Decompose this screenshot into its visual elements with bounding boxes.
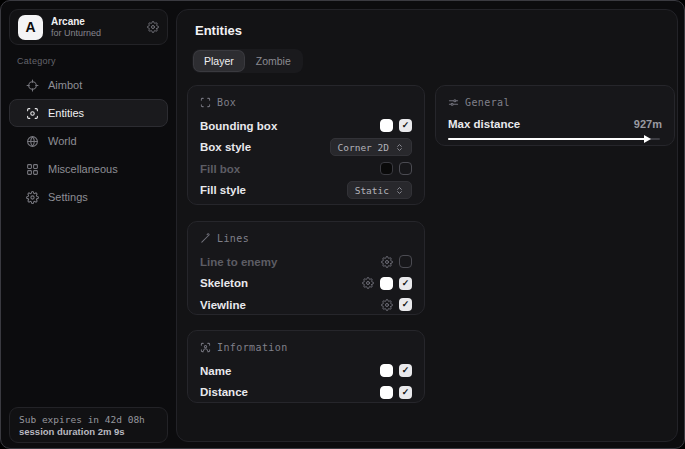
option-label: Fill box — [200, 163, 240, 175]
option-row-box-style: Box style Corner 2D — [200, 137, 412, 159]
option-label: Viewline — [200, 299, 246, 311]
session-duration-text: session duration 2m 9s — [19, 426, 158, 437]
tab-player[interactable]: Player — [194, 51, 244, 71]
sidebar-item-entities[interactable]: Entities — [9, 99, 168, 127]
option-label: Max distance — [448, 118, 520, 130]
scan-info-icon — [200, 342, 211, 353]
color-swatch[interactable] — [380, 277, 393, 290]
option-label: Distance — [200, 386, 248, 398]
color-swatch[interactable] — [380, 119, 393, 132]
color-swatch[interactable] — [380, 386, 393, 399]
check-icon: ✓ — [402, 300, 410, 309]
box-card: Box Bounding box ✓ Box style Corner 2D — [187, 85, 425, 205]
tab-zombie[interactable]: Zombie — [246, 51, 301, 71]
gear-icon[interactable] — [381, 256, 393, 268]
option-label: Name — [200, 365, 231, 377]
option-label: Skeleton — [200, 277, 248, 289]
gear-icon[interactable] — [362, 277, 374, 289]
sidebar-item-world[interactable]: World — [9, 127, 168, 155]
box-corners-icon — [200, 97, 211, 108]
checkbox[interactable]: ✓ — [399, 119, 412, 132]
card-title: Lines — [217, 233, 249, 244]
sub-expires-text: Sub expires in 42d 08h — [19, 414, 158, 425]
tab-bar: Player Zombie — [192, 49, 303, 73]
brand-card: A Arcane for Unturned — [9, 9, 168, 45]
sidebar-item-label: Entities — [48, 107, 84, 119]
slider-thumb[interactable] — [644, 135, 651, 143]
lines-card: Lines Line to enemy Skeleton — [187, 221, 425, 315]
brand-logo: A — [18, 15, 43, 40]
globe-icon — [26, 135, 39, 148]
sidebar-item-label: Settings — [48, 191, 88, 203]
subscription-card: Sub expires in 42d 08h session duration … — [9, 407, 168, 443]
color-swatch[interactable] — [380, 364, 393, 377]
checkbox[interactable] — [399, 255, 412, 268]
option-label: Bounding box — [200, 120, 277, 132]
checkbox[interactable]: ✓ — [399, 298, 412, 311]
sidebar-nav: Aimbot Entities World Miscellaneous — [9, 71, 168, 211]
main-panel: Entities Player Zombie Box Bounding box … — [176, 9, 678, 442]
chevrons-up-down-icon — [395, 143, 404, 152]
card-title: Box — [217, 97, 236, 108]
option-label: Line to enemy — [200, 256, 277, 268]
chevrons-up-down-icon — [395, 186, 404, 195]
checkbox[interactable]: ✓ — [399, 277, 412, 290]
gear-icon[interactable] — [147, 21, 159, 33]
option-row-distance: Distance ✓ — [200, 382, 412, 404]
option-row-name: Name ✓ — [200, 360, 412, 382]
option-label: Fill style — [200, 184, 246, 196]
option-row-skeleton: Skeleton ✓ — [200, 273, 412, 295]
max-distance-slider[interactable] — [448, 134, 662, 144]
fill-style-dropdown[interactable]: Static — [347, 181, 412, 199]
check-icon: ✓ — [402, 279, 410, 288]
pencil-line-icon — [200, 233, 211, 244]
card-title: Information — [217, 342, 288, 353]
app-window: A Arcane for Unturned Category Aimbot — [0, 0, 685, 449]
check-icon: ✓ — [402, 121, 410, 130]
option-label: Box style — [200, 141, 251, 153]
check-icon: ✓ — [402, 388, 410, 397]
max-distance-row: Max distance 927m — [448, 115, 662, 133]
option-row-viewline: Viewline ✓ — [200, 294, 412, 316]
slider-fill — [448, 138, 645, 140]
option-row-bounding-box: Bounding box ✓ — [200, 115, 412, 137]
checkbox[interactable]: ✓ — [399, 386, 412, 399]
general-card: General Max distance 927m — [435, 85, 675, 146]
crosshair-icon — [26, 79, 39, 92]
option-row-fill-style: Fill style Static — [200, 180, 412, 202]
box-style-dropdown[interactable]: Corner 2D — [330, 138, 412, 156]
sidebar-item-settings[interactable]: Settings — [9, 183, 168, 211]
color-swatch[interactable] — [380, 162, 393, 175]
option-row-line-to-enemy: Line to enemy — [200, 251, 412, 273]
brand-subtitle: for Unturned — [51, 28, 147, 38]
category-label: Category — [17, 56, 56, 66]
gear-icon — [26, 191, 39, 204]
gear-icon[interactable] — [381, 299, 393, 311]
slider-value: 927m — [634, 118, 662, 130]
checkbox[interactable] — [399, 162, 412, 175]
sidebar-item-miscellaneous[interactable]: Miscellaneous — [9, 155, 168, 183]
card-title: General — [465, 97, 510, 108]
information-card: Information Name ✓ Distance ✓ — [187, 330, 425, 403]
sidebar-item-label: Aimbot — [48, 79, 82, 91]
checkbox[interactable]: ✓ — [399, 364, 412, 377]
grid-icon — [26, 163, 39, 176]
sliders-icon — [448, 97, 459, 108]
option-row-fill-box: Fill box — [200, 158, 412, 180]
sidebar-item-label: World — [48, 135, 77, 147]
dropdown-value: Corner 2D — [338, 142, 389, 153]
page-title: Entities — [195, 23, 242, 38]
dropdown-value: Static — [355, 185, 389, 196]
sidebar-item-label: Miscellaneous — [48, 163, 118, 175]
brand-name: Arcane — [51, 16, 147, 28]
sidebar: A Arcane for Unturned Category Aimbot — [1, 1, 176, 448]
check-icon: ✓ — [402, 366, 410, 375]
scan-user-icon — [26, 107, 39, 120]
sidebar-item-aimbot[interactable]: Aimbot — [9, 71, 168, 99]
